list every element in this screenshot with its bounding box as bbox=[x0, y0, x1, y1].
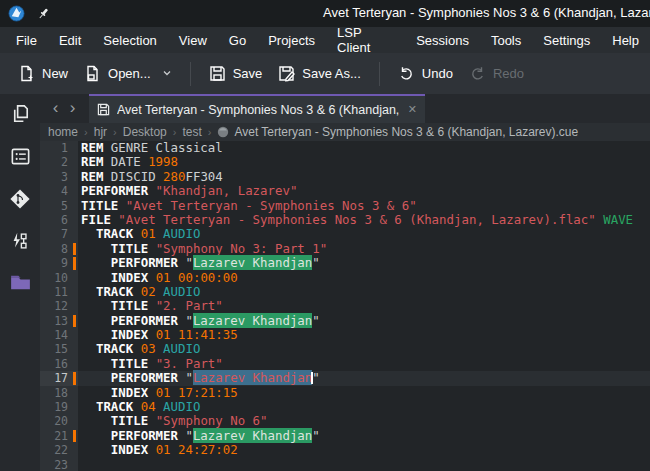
code-line[interactable]: 11 TRACK 02 AUDIO bbox=[40, 285, 650, 299]
save-button[interactable]: Save bbox=[201, 59, 271, 88]
code-line[interactable]: 16 TITLE "3. Part" bbox=[40, 357, 650, 371]
code-line[interactable]: 8 TITLE "Symphony No 3: Part 1" bbox=[40, 242, 650, 256]
code-segment bbox=[148, 241, 155, 256]
undo-button[interactable]: Undo bbox=[390, 59, 461, 88]
main-area: ‹ › Avet Terteryan - Symphonies Nos 3 & … bbox=[0, 94, 650, 471]
code-segment bbox=[148, 442, 155, 457]
new-document-icon bbox=[18, 65, 35, 82]
line-number: 3 bbox=[40, 170, 78, 184]
code-segment: " bbox=[178, 428, 193, 443]
projects-folder-icon[interactable] bbox=[8, 270, 33, 295]
code-segment: REM bbox=[81, 141, 103, 155]
new-button[interactable]: New bbox=[10, 59, 76, 88]
code-segment: " bbox=[312, 428, 319, 443]
code-line[interactable]: 12 TITLE "2. Part" bbox=[40, 299, 650, 313]
code-text: PERFORMER "Lazarev Khandjan" bbox=[78, 256, 650, 270]
modified-line-marker bbox=[73, 430, 76, 442]
line-number: 9 bbox=[40, 256, 78, 270]
code-line[interactable]: 2REM DATE 1998 bbox=[40, 155, 650, 169]
code-line[interactable]: 10 INDEX 01 00:00:00 bbox=[40, 271, 650, 285]
menu-item-tools[interactable]: Tools bbox=[480, 29, 532, 52]
code-line[interactable]: 23 bbox=[40, 458, 650, 471]
code-line[interactable]: 22 INDEX 01 24:27:02 bbox=[40, 443, 650, 457]
code-line[interactable]: 19 TRACK 04 AUDIO bbox=[40, 400, 650, 414]
line-number: 6 bbox=[40, 213, 78, 227]
code-line[interactable]: 4PERFORMER "Khandjan, Lazarev" bbox=[40, 184, 650, 198]
save-as-button[interactable]: Save As... bbox=[270, 59, 369, 88]
code-line[interactable]: 9 PERFORMER "Lazarev Khandjan" bbox=[40, 256, 650, 270]
menu-item-selection[interactable]: Selection bbox=[92, 29, 167, 52]
code-text: REM GENRE Classical bbox=[78, 141, 650, 155]
breadcrumb-item[interactable]: Desktop bbox=[121, 125, 169, 139]
code-segment bbox=[81, 270, 111, 285]
pin-icon[interactable] bbox=[36, 6, 51, 21]
document-tab[interactable]: Avet Terteryan - Symphonies Nos 3 & 6 (K… bbox=[89, 94, 425, 123]
open-button[interactable]: Open... bbox=[76, 59, 180, 88]
breadcrumb-separator-icon: › bbox=[109, 126, 121, 138]
external-tools-icon[interactable] bbox=[8, 228, 33, 253]
code-segment: PERFORMER bbox=[111, 428, 178, 443]
code-line[interactable]: 18 INDEX 01 17:21:15 bbox=[40, 386, 650, 400]
redo-button[interactable]: Redo bbox=[461, 59, 532, 88]
menu-item-go[interactable]: Go bbox=[218, 29, 257, 52]
code-line[interactable]: 20 TITLE "Symphony No 6" bbox=[40, 414, 650, 428]
code-segment: 01 17:21:15 bbox=[156, 385, 238, 400]
code-line[interactable]: 3REM DISCID 280FF304 bbox=[40, 170, 650, 184]
code-segment bbox=[133, 399, 140, 414]
code-segment: TITLE bbox=[81, 198, 118, 213]
filesystem-browser-icon[interactable] bbox=[8, 144, 33, 169]
menu-item-settings[interactable]: Settings bbox=[532, 29, 601, 52]
code-segment bbox=[81, 284, 96, 299]
code-segment: TRACK bbox=[96, 284, 133, 299]
breadcrumb-item[interactable]: hjr bbox=[92, 125, 109, 139]
menu-item-view[interactable]: View bbox=[168, 29, 218, 52]
code-text: PERFORMER "Lazarev Khandjan" bbox=[78, 314, 650, 328]
line-number: 2 bbox=[40, 155, 78, 169]
line-number: 8 bbox=[40, 242, 78, 256]
menu-item-sessions[interactable]: Sessions bbox=[405, 29, 480, 52]
file-type-icon bbox=[217, 126, 229, 138]
documents-icon[interactable] bbox=[8, 102, 33, 127]
code-segment: REM bbox=[81, 154, 103, 169]
breadcrumb-item[interactable]: test bbox=[180, 125, 203, 139]
line-number: 19 bbox=[40, 400, 78, 414]
code-segment bbox=[148, 270, 155, 285]
code-line[interactable]: 17 PERFORMER "Lazarev Khandjan" bbox=[40, 371, 650, 385]
code-text: TRACK 04 AUDIO bbox=[78, 400, 650, 414]
code-segment: " bbox=[178, 255, 193, 270]
window-title: Avet Terteryan - Symphonies Nos 3 & 6 (K… bbox=[323, 5, 650, 20]
code-line[interactable]: 1REM GENRE Classical bbox=[40, 141, 650, 155]
menu-item-file[interactable]: File bbox=[5, 29, 48, 52]
line-number: 15 bbox=[40, 342, 78, 356]
code-line[interactable]: 7 TRACK 01 AUDIO bbox=[40, 227, 650, 241]
code-line[interactable]: 13 PERFORMER "Lazarev Khandjan" bbox=[40, 314, 650, 328]
code-segment bbox=[81, 442, 111, 457]
code-segment: DISCID bbox=[103, 169, 163, 184]
menu-item-projects[interactable]: Projects bbox=[257, 29, 326, 52]
history-forward-button[interactable]: › bbox=[64, 94, 81, 123]
git-icon[interactable] bbox=[8, 186, 33, 211]
breadcrumb-file[interactable]: Avet Terteryan - Symphonies Nos 3 & 6 (K… bbox=[234, 125, 578, 139]
code-line[interactable]: 5TITLE "Avet Terteryan - Symphonies Nos … bbox=[40, 199, 650, 213]
save-as-icon bbox=[278, 65, 295, 82]
code-segment: AUDIO bbox=[163, 284, 200, 299]
code-line[interactable]: 15 TRACK 03 AUDIO bbox=[40, 342, 650, 356]
code-line[interactable]: 21 PERFORMER "Lazarev Khandjan" bbox=[40, 429, 650, 443]
history-back-button[interactable]: ‹ bbox=[47, 94, 64, 123]
menu-item-edit[interactable]: Edit bbox=[48, 29, 92, 52]
code-line[interactable]: 14 INDEX 01 11:41:35 bbox=[40, 328, 650, 342]
open-dropdown-chevron-icon[interactable] bbox=[162, 66, 172, 81]
code-editor[interactable]: 1REM GENRE Classical2REM DATE 19983REM D… bbox=[40, 141, 650, 471]
code-segment: TITLE bbox=[111, 298, 148, 313]
modified-line-marker bbox=[73, 372, 76, 384]
code-segment: TITLE bbox=[111, 356, 148, 371]
breadcrumb-item[interactable]: home bbox=[46, 125, 80, 139]
open-document-icon bbox=[84, 65, 101, 82]
menu-item-help[interactable]: Help bbox=[601, 29, 650, 52]
code-line[interactable]: 6FILE "Avet Terteryan - Symphonies Nos 3… bbox=[40, 213, 650, 227]
new-button-label: New bbox=[42, 66, 68, 81]
code-text: FILE "Avet Terteryan - Symphonies Nos 3 … bbox=[78, 213, 650, 227]
tab-close-icon[interactable]: ✕ bbox=[406, 103, 417, 116]
code-segment: PERFORMER bbox=[111, 370, 178, 385]
code-segment: GENRE Classical bbox=[103, 141, 222, 155]
